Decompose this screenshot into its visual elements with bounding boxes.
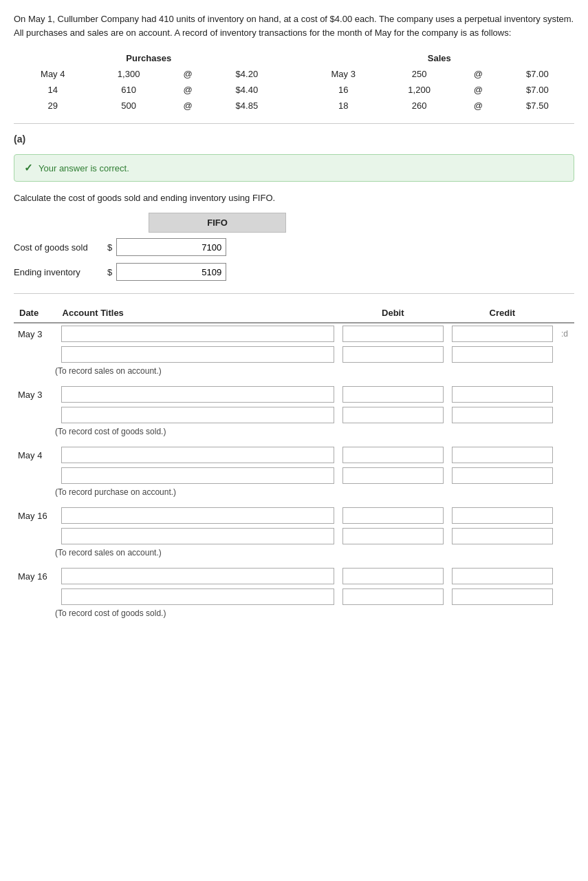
journal-account-input-1[interactable] bbox=[61, 326, 334, 342]
ending-inventory-input[interactable] bbox=[116, 263, 226, 281]
journal-debit-input[interactable] bbox=[342, 507, 444, 524]
intro-paragraph: On May 1, Cullumber Company had 410 unit… bbox=[14, 12, 574, 39]
scroll-indicator bbox=[557, 566, 574, 586]
journal-credit-input[interactable] bbox=[452, 386, 553, 403]
journal-credit-input-2[interactable] bbox=[452, 467, 553, 484]
journal-note-row: (To record sales on account.) bbox=[14, 365, 574, 384]
debit-header: Debit bbox=[338, 304, 448, 323]
journal-account-input-1[interactable] bbox=[61, 386, 334, 403]
journal-empty bbox=[557, 344, 574, 365]
journal-credit-input[interactable] bbox=[452, 447, 553, 463]
journal-credit-input-2[interactable] bbox=[452, 588, 553, 605]
transaction-row: May 4 1,300 @ $4.20 May 3 250 @ $7.00 bbox=[14, 66, 574, 82]
journal-account-input-cell bbox=[57, 384, 338, 405]
journal-account-input-2[interactable] bbox=[61, 467, 334, 484]
purchase-qty: 500 bbox=[92, 98, 166, 114]
journal-debit-cell bbox=[338, 323, 448, 344]
transaction-row: 29 500 @ $4.85 18 260 @ $7.50 bbox=[14, 98, 574, 114]
sale-date: 18 bbox=[304, 98, 382, 114]
sale-price: $7.50 bbox=[501, 98, 574, 114]
sales-header: Sales bbox=[304, 50, 574, 66]
sale-price: $7.00 bbox=[501, 82, 574, 98]
journal-credit-input[interactable] bbox=[452, 507, 553, 524]
journal-debit-input-2[interactable] bbox=[342, 346, 444, 363]
journal-account-input-2[interactable] bbox=[61, 407, 334, 423]
journal-empty bbox=[557, 526, 574, 546]
journal-debit-cell-2 bbox=[338, 526, 448, 546]
journal-row: May 16 bbox=[14, 566, 574, 586]
journal-account-input-cell-2 bbox=[57, 526, 338, 546]
journal-row-2 bbox=[14, 586, 574, 607]
journal-debit-input[interactable] bbox=[342, 447, 444, 463]
ending-inventory-label: Ending inventory bbox=[14, 267, 103, 277]
purchase-date: 29 bbox=[14, 98, 92, 114]
journal-account-input-cell-2 bbox=[57, 586, 338, 607]
sale-qty: 1,200 bbox=[382, 82, 456, 98]
divider-2 bbox=[14, 293, 574, 294]
journal-section: Date Account Titles Debit Credit May 3 :… bbox=[14, 304, 574, 626]
journal-account-input-1[interactable] bbox=[61, 568, 334, 584]
journal-debit-input-2[interactable] bbox=[342, 467, 444, 484]
journal-note: (To record sales on account.) bbox=[14, 365, 574, 384]
journal-debit-cell bbox=[338, 445, 448, 465]
journal-account-input-cell-2 bbox=[57, 405, 338, 425]
success-banner: ✓ Your answer is correct. bbox=[14, 154, 574, 182]
journal-account-input-cell bbox=[57, 505, 338, 526]
cost-of-goods-input[interactable] bbox=[116, 238, 226, 256]
transactions-table: Purchases Sales May 4 1,300 @ $4.20 May … bbox=[14, 50, 574, 114]
journal-account-input-2[interactable] bbox=[61, 528, 334, 544]
journal-date-empty bbox=[14, 344, 57, 365]
journal-credit-input-2[interactable] bbox=[452, 528, 553, 544]
journal-date: May 3 bbox=[14, 384, 57, 405]
journal-account-input-2[interactable] bbox=[61, 588, 334, 605]
journal-account-input-cell-2 bbox=[57, 465, 338, 486]
journal-date-empty bbox=[14, 465, 57, 486]
journal-credit-cell-2 bbox=[448, 465, 557, 486]
journal-debit-input-2[interactable] bbox=[342, 407, 444, 423]
journal-debit-input-2[interactable] bbox=[342, 588, 444, 605]
ending-inventory-row: Ending inventory $ bbox=[14, 263, 574, 281]
journal-date: May 4 bbox=[14, 445, 57, 465]
journal-date: May 16 bbox=[14, 505, 57, 526]
journal-note: (To record cost of goods sold.) bbox=[14, 425, 574, 445]
journal-debit-input[interactable] bbox=[342, 386, 444, 403]
journal-credit-input[interactable] bbox=[452, 568, 553, 584]
journal-credit-cell bbox=[448, 445, 557, 465]
journal-debit-input[interactable] bbox=[342, 568, 444, 584]
sale-at: @ bbox=[456, 98, 501, 114]
journal-table: Date Account Titles Debit Credit May 3 :… bbox=[14, 304, 574, 626]
purchases-header: Purchases bbox=[14, 50, 283, 66]
journal-debit-input[interactable] bbox=[342, 326, 444, 342]
success-message: Your answer is correct. bbox=[39, 163, 129, 173]
journal-credit-input[interactable] bbox=[452, 326, 553, 342]
scroll-indicator bbox=[557, 384, 574, 405]
journal-account-input-1[interactable] bbox=[61, 447, 334, 463]
checkmark-icon: ✓ bbox=[24, 162, 33, 174]
cost-of-goods-row: Cost of goods sold $ bbox=[14, 238, 574, 256]
journal-note: (To record purchase on account.) bbox=[14, 486, 574, 505]
journal-note: (To record cost of goods sold.) bbox=[14, 607, 574, 626]
ending-dollar-sign: $ bbox=[107, 267, 112, 277]
sale-qty: 250 bbox=[382, 66, 456, 82]
journal-date-empty bbox=[14, 526, 57, 546]
journal-empty bbox=[557, 465, 574, 486]
journal-date: May 16 bbox=[14, 566, 57, 586]
journal-debit-cell-2 bbox=[338, 405, 448, 425]
cost-dollar-sign: $ bbox=[107, 242, 112, 253]
journal-debit-cell bbox=[338, 505, 448, 526]
purchase-at: @ bbox=[166, 82, 210, 98]
journal-note: (To record sales on account.) bbox=[14, 546, 574, 566]
journal-note-row: (To record cost of goods sold.) bbox=[14, 607, 574, 626]
journal-debit-input-2[interactable] bbox=[342, 528, 444, 544]
journal-credit-input-2[interactable] bbox=[452, 346, 553, 363]
journal-account-input-2[interactable] bbox=[61, 346, 334, 363]
journal-credit-input-2[interactable] bbox=[452, 407, 553, 423]
divider-1 bbox=[14, 123, 574, 124]
purchase-qty: 1,300 bbox=[92, 66, 166, 82]
scroll-indicator bbox=[557, 505, 574, 526]
journal-empty bbox=[557, 405, 574, 425]
journal-account-input-1[interactable] bbox=[61, 507, 334, 524]
journal-account-input-cell bbox=[57, 445, 338, 465]
date-header: Date bbox=[14, 304, 57, 323]
sale-date: 16 bbox=[304, 82, 382, 98]
